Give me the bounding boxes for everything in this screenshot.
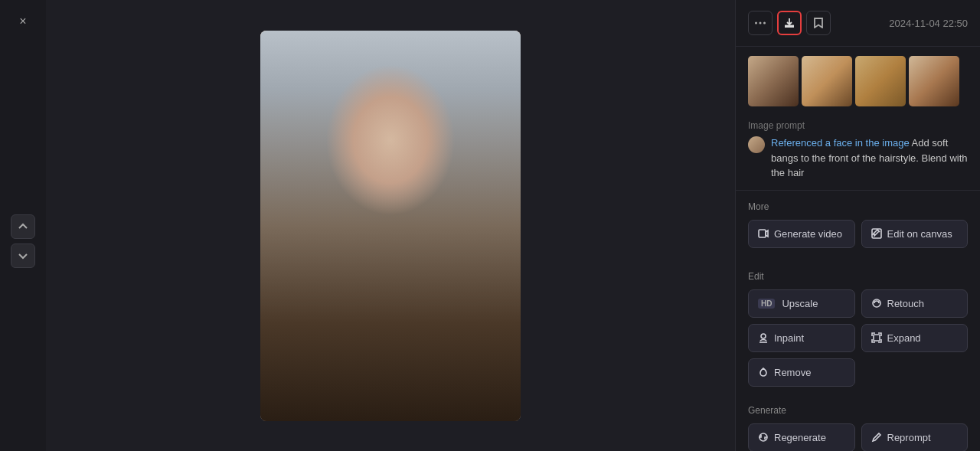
portrait-background [260,31,521,421]
thumbnail-4[interactable] [909,56,959,106]
regenerate-icon [758,432,769,443]
remove-icon [758,367,769,377]
thumbnail-2[interactable] [802,56,852,106]
inpaint-button[interactable]: Inpaint [748,324,855,352]
thumbnail-1[interactable] [748,56,799,106]
retouch-icon [871,298,882,309]
remove-label: Remove [774,367,811,378]
svg-rect-7 [874,335,880,341]
prompt-highlight: Referenced a face in the image [771,137,910,149]
edit-on-canvas-label: Edit on canvas [887,228,952,240]
upscale-button[interactable]: HD Upscale [748,289,855,318]
prompt-content: Referenced a face in the image Add soft … [748,136,968,181]
edit-on-canvas-button[interactable]: Edit on canvas [861,220,969,248]
svg-point-2 [763,22,766,25]
right-top-bar: 2024-11-04 22:50 [736,0,980,47]
image-prompt-section: Image prompt Referenced a face in the im… [736,114,980,191]
inpaint-icon [758,332,769,343]
generate-video-label: Generate video [774,228,842,240]
prompt-avatar [748,136,765,153]
nav-arrows [11,214,35,268]
main-image-container [260,31,521,421]
nav-down-button[interactable] [11,243,35,268]
retouch-button[interactable]: Retouch [861,289,969,318]
download-button[interactable] [777,11,802,35]
retouch-label: Retouch [887,298,924,309]
svg-point-0 [755,22,757,25]
more-options-button[interactable] [748,11,773,35]
more-section: More Generate video [736,191,980,260]
reprompt-button[interactable]: Reprompt [861,423,969,452]
edit-button-grid: HD Upscale Retouch [748,289,968,352]
nav-up-button[interactable] [11,214,35,239]
thumbnails-row [736,47,980,114]
left-sidebar: × [0,0,46,451]
remove-row: Remove [748,358,968,387]
edit-on-canvas-icon [871,228,882,239]
reprompt-label: Reprompt [887,432,931,443]
generate-video-button[interactable]: Generate video [748,220,855,248]
generate-label: Generate [748,405,968,416]
expand-icon [871,332,882,343]
upscale-label: Upscale [782,298,818,309]
image-prompt-label: Image prompt [748,120,968,131]
remove-button[interactable]: Remove [748,358,855,387]
reprompt-icon [871,432,882,443]
svg-rect-3 [759,230,766,237]
expand-label: Expand [887,332,921,344]
svg-point-1 [760,22,762,25]
inpaint-label: Inpaint [774,332,804,344]
right-panel: 2024-11-04 22:50 Image prompt Referenced… [735,0,980,451]
main-image [260,31,521,421]
edit-section: Edit HD Upscale Retouch [736,260,980,394]
main-content [46,0,735,451]
regenerate-button[interactable]: Regenerate [748,423,855,452]
thumbnail-3[interactable] [855,56,906,106]
generate-video-icon [758,228,769,239]
prompt-text: Referenced a face in the image Add soft … [771,136,968,181]
more-label: More [748,201,968,212]
svg-point-6 [761,334,766,338]
edit-label: Edit [748,271,968,282]
close-button[interactable]: × [11,9,35,34]
timestamp: 2024-11-04 22:50 [889,18,968,29]
more-button-grid: Generate video Edit on canvas [748,220,968,248]
generate-button-grid: Regenerate Reprompt [748,423,968,452]
expand-button[interactable]: Expand [861,324,969,352]
regenerate-label: Regenerate [774,432,826,443]
generate-section: Generate Regenerate [736,394,980,452]
bookmark-button[interactable] [806,11,831,35]
top-actions [748,11,831,35]
hd-badge: HD [758,299,775,309]
